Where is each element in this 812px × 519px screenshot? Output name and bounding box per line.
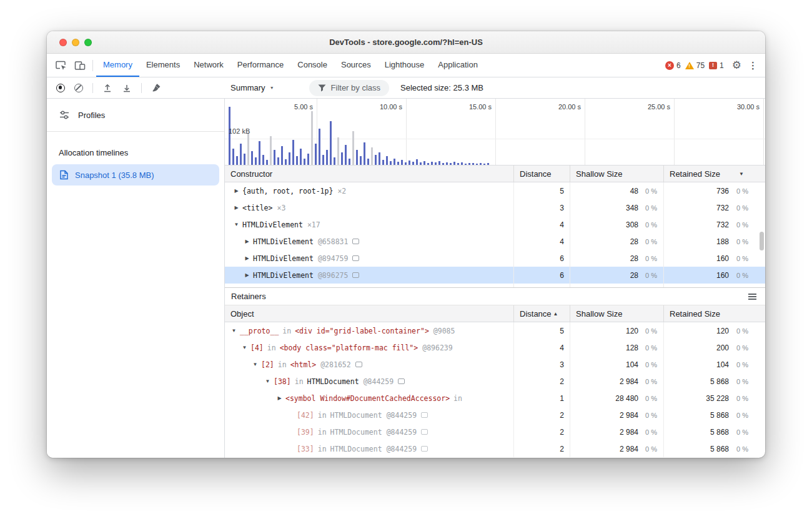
reveal-in-elements-icon[interactable] (398, 378, 405, 384)
shallow-size-pct: 0 % (638, 255, 663, 262)
object-id: @658831 (318, 237, 348, 246)
column-header-constructor[interactable]: Constructor (225, 166, 513, 182)
retained-size-pct: 0 % (729, 272, 765, 279)
tab-lighthouse[interactable]: Lighthouse (378, 54, 432, 77)
traffic-lights (59, 39, 92, 46)
column-header-shallow-size[interactable]: Shallow Size (570, 166, 663, 182)
tree-arrow-icon[interactable]: ▶ (243, 255, 251, 261)
clear-profiles-icon[interactable] (74, 84, 83, 92)
vertical-scrollbar-thumb[interactable] (760, 232, 764, 250)
reveal-in-elements-icon[interactable] (421, 429, 428, 435)
tree-arrow-icon[interactable]: ▼ (240, 345, 249, 350)
tree-arrow-icon[interactable]: ▶ (243, 272, 251, 278)
tree-arrow-icon[interactable]: ▶ (232, 188, 240, 194)
reveal-in-elements-icon[interactable] (352, 272, 359, 278)
sidebar-item-snapshot-1[interactable]: Snapshot 1 (35.8 MB) (52, 164, 219, 185)
retainer-row[interactable]: ▼ [4] in <body class="platform-mac fill"… (225, 339, 765, 356)
warning-count: 75 (696, 61, 705, 70)
constructor-row[interactable]: ▶ {auth, root, root-1p} ×2 5 480 % 7360 … (225, 182, 765, 199)
sort-asc-icon: ▲ (553, 311, 558, 317)
tree-arrow-icon[interactable]: ▼ (230, 328, 238, 334)
constructor-row[interactable]: ▶ HTMLDivElement (225, 284, 765, 287)
column-header-object[interactable]: Object (225, 305, 513, 322)
main-area: Profiles Allocation timelines Snapshot 1… (47, 99, 765, 458)
retainer-row[interactable]: [39] in HTMLDocument @844259 2 2 9840 % … (225, 423, 765, 440)
tree-arrow-icon[interactable]: ▶ (232, 205, 240, 210)
column-header-distance[interactable]: Distance (513, 166, 570, 182)
constructor-row[interactable]: ▶ HTMLDivElement @658831 4 280 % 1880 % (225, 233, 765, 250)
tree-arrow-icon[interactable]: ▼ (264, 378, 272, 384)
edge-name: [4] (250, 344, 264, 352)
issues-badge[interactable]: ! 1 (709, 61, 724, 70)
object-id: @896239 (422, 344, 452, 352)
perspective-select[interactable]: Summary ▼ (230, 83, 274, 92)
retained-size-value: 732 (716, 220, 729, 229)
error-count: 6 (676, 61, 681, 70)
tree-arrow-icon[interactable]: ▶ (243, 239, 251, 244)
tree-arrow-icon[interactable]: ▶ (275, 395, 284, 401)
settings-gear-icon[interactable]: ⚙ (732, 59, 741, 72)
retained-size-pct: 0 % (729, 204, 765, 212)
tab-sources[interactable]: Sources (334, 54, 378, 77)
selected-size-label: Selected size: 25.3 MB (400, 83, 483, 92)
clear-all-broom-icon[interactable] (151, 83, 161, 93)
zoom-button[interactable] (84, 39, 92, 46)
class-filter-input[interactable]: Filter by class (309, 80, 389, 96)
shallow-size-pct: 0 % (638, 221, 663, 229)
edge-name: [2] (261, 360, 274, 369)
warning-badge[interactable]: ! 75 (685, 61, 705, 70)
reveal-in-elements-icon[interactable] (421, 446, 428, 452)
retainer-row[interactable]: ▶ <symbol Window#DocumentCachedAccessor>… (225, 390, 765, 407)
constructor-row[interactable]: ▶ <title> ×3 3 3480 % 7320 % (225, 199, 765, 216)
column-header-shallow-size[interactable]: Shallow Size (570, 305, 663, 322)
inspect-icon (56, 61, 67, 71)
device-toolbar-button[interactable] (71, 54, 89, 77)
reveal-in-elements-icon[interactable] (421, 412, 428, 418)
edge-name: [33] (297, 445, 314, 453)
reveal-in-elements-icon[interactable] (352, 255, 359, 261)
issues-icon: ! (709, 62, 717, 69)
constructor-row[interactable]: ▶ HTMLDivElement @894759 6 280 % 1600 % (225, 250, 765, 267)
warning-icon: ! (685, 62, 694, 69)
tab-performance[interactable]: Performance (230, 54, 290, 77)
allocation-timeline-overview[interactable]: 5.00 s10.00 s15.00 s20.00 s25.00 s30.00 … (225, 99, 765, 166)
retainers-pane-header: Retainers (225, 288, 765, 305)
tab-console[interactable]: Console (290, 54, 334, 77)
save-profile-icon[interactable] (122, 83, 132, 93)
retainer-row[interactable]: ▼ [38] in HTMLDocument @844259 2 2 9840 … (225, 373, 765, 390)
error-badge[interactable]: × 6 (665, 61, 681, 70)
inspect-element-button[interactable] (52, 54, 71, 77)
minimize-button[interactable] (72, 39, 79, 46)
retained-size-value: 160 (716, 271, 729, 280)
tab-network[interactable]: Network (187, 54, 230, 77)
allocation-timelines-label: Allocation timelines (47, 132, 224, 157)
close-button[interactable] (59, 39, 67, 46)
tree-arrow-icon[interactable]: ▼ (232, 222, 240, 227)
retainer-row[interactable]: ▼ __proto__ in <div id="grid-label-conta… (225, 322, 765, 339)
load-profile-icon[interactable] (102, 83, 112, 93)
reveal-in-elements-icon[interactable] (355, 362, 362, 367)
tab-memory[interactable]: Memory (96, 54, 139, 77)
record-allocation-icon[interactable] (56, 84, 65, 92)
shallow-size-pct: 0 % (638, 204, 663, 212)
hamburger-menu-icon[interactable] (748, 296, 756, 297)
retainer-row[interactable]: [42] in HTMLDocument @844259 2 2 9840 % … (225, 407, 765, 423)
issue-count: 1 (720, 61, 724, 70)
timeline-size-label: 102 kB (229, 127, 250, 135)
timeline-gridline (225, 139, 765, 139)
column-header-retained-size[interactable]: Retained Size ▼ (663, 166, 765, 182)
constructor-grid-header: Constructor Distance Shallow Size Retain… (225, 166, 765, 182)
tree-arrow-icon[interactable]: ▼ (251, 362, 259, 367)
column-header-retained-size[interactable]: Retained Size (663, 305, 765, 322)
constructor-row-selected[interactable]: ▶ HTMLDivElement @896275 6 280 % 1600 % (225, 267, 765, 284)
column-header-distance[interactable]: Distance ▲ (513, 305, 570, 322)
constructor-row[interactable]: ▼ HTMLDivElement ×17 4 3080 % 7320 % (225, 216, 765, 233)
object-name: HTMLDivElement (253, 237, 314, 246)
retainer-row[interactable]: ▼ [2] in <html> @281652 3 1040 % 1040 % (225, 356, 765, 373)
reveal-in-elements-icon[interactable] (352, 239, 359, 244)
kebab-menu-icon[interactable]: ⋮ (748, 60, 758, 71)
tab-elements[interactable]: Elements (139, 54, 187, 77)
tab-application[interactable]: Application (431, 54, 485, 77)
edge-name: __proto__ (240, 327, 279, 335)
retainer-row[interactable]: [33] in HTMLDocument @844259 2 2 9840 % … (225, 440, 765, 457)
